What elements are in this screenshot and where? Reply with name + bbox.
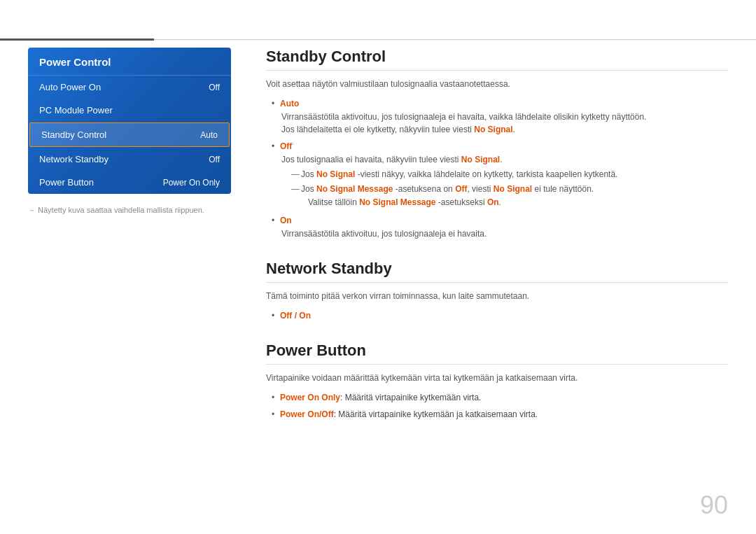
highlight-on-2: On [487, 197, 499, 207]
highlight-no-signal-3: No Signal [316, 169, 355, 179]
bullet-label-power-on-off: Power On/Off [280, 409, 334, 419]
sidebar-item-value: Power On Only [163, 178, 220, 188]
standby-control-list: Auto Virransäästötila aktivoituu, jos tu… [266, 97, 728, 240]
top-bar-light [154, 39, 756, 40]
list-item: Auto Virransäästötila aktivoituu, jos tu… [272, 97, 728, 136]
bullet-text-off: Jos tulosignaalia ei havaita, näkyviin t… [280, 153, 728, 166]
standby-control-title: Standby Control [266, 48, 728, 71]
sidebar-item-label: Network Standby [39, 154, 108, 164]
sub-list-item: Jos No Signal Message -asetuksena on Off… [291, 183, 728, 209]
highlight-no-signal-2: No Signal [461, 155, 500, 164]
bullet-label-off-on: Off / On [280, 311, 311, 321]
list-item: Power On/Off: Määritä virtapainike kytke… [272, 408, 728, 421]
sidebar-note: Näytetty kuva saattaa vaihdella mallista… [28, 205, 231, 216]
sidebar-item-network-standby[interactable]: Network Standby Off [28, 148, 231, 171]
sidebar-item-label: Auto Power On [39, 82, 101, 92]
sidebar-item-power-button[interactable]: Power Button Power On Only [28, 171, 231, 194]
sub-list-item: Jos No Signal -viesti näkyy, vaikka lähd… [291, 168, 728, 181]
section-standby-control: Standby Control Voit asettaa näytön valm… [266, 48, 728, 240]
bullet-label-off: Off [280, 141, 292, 151]
sidebar: Power Control Auto Power On Off PC Modul… [28, 48, 231, 216]
highlight-off: Off [455, 184, 467, 194]
sidebar-item-value: Auto [200, 130, 218, 140]
network-standby-list: Off / On [266, 309, 728, 322]
top-bar [0, 38, 756, 40]
sidebar-menu: Power Control Auto Power On Off PC Modul… [28, 48, 231, 194]
sidebar-item-value: Off [209, 83, 220, 92]
power-button-title: Power Button [266, 342, 728, 365]
bullet-label-power-on-only: Power On Only [280, 393, 340, 402]
sidebar-item-pc-module-power[interactable]: PC Module Power [28, 99, 231, 122]
sidebar-title: Power Control [28, 48, 231, 76]
section-network-standby: Network Standby Tämä toiminto pitää verk… [266, 260, 728, 322]
sidebar-item-standby-control[interactable]: Standby Control Auto [29, 122, 230, 147]
top-bar-dark [0, 38, 154, 41]
page-number: 90 [700, 491, 728, 520]
sidebar-item-value: Off [209, 155, 220, 164]
sidebar-item-label: Power Button [39, 177, 94, 188]
power-button-desc: Virtapainike voidaan määrittää kytkemään… [266, 372, 728, 384]
bullet-text-power-on-only: Määritä virtapainike kytkemään virta. [345, 393, 482, 402]
section-power-button: Power Button Virtapainike voidaan määrit… [266, 342, 728, 421]
bullet-text-auto: Virransäästötila aktivoituu, jos tulosig… [280, 111, 728, 136]
list-item: Power On Only: Määritä virtapainike kytk… [272, 391, 728, 404]
list-item: Off / On [272, 309, 728, 322]
power-button-list: Power On Only: Määritä virtapainike kytk… [266, 391, 728, 421]
list-item: Off Jos tulosignaalia ei havaita, näkyvi… [272, 140, 728, 210]
sub-bullet-list: Jos No Signal -viesti näkyy, vaikka lähd… [280, 168, 728, 210]
list-item: On Virransäästötila aktivoituu, jos tulo… [272, 214, 728, 240]
highlight-no-signal-message: No Signal Message [316, 184, 393, 194]
network-standby-desc: Tämä toiminto pitää verkon virran toimin… [266, 290, 728, 302]
bullet-text-power-on-off: Määritä virtapainike kytkemään ja katkai… [338, 409, 538, 419]
highlight-no-signal: No Signal [474, 125, 512, 134]
sidebar-item-auto-power-on[interactable]: Auto Power On Off [28, 76, 231, 99]
bullet-label-auto: Auto [280, 99, 299, 108]
network-standby-title: Network Standby [266, 260, 728, 283]
main-content: Standby Control Voit asettaa näytön valm… [266, 48, 728, 506]
highlight-no-signal-4: No Signal [493, 184, 532, 194]
bullet-label-on: On [280, 216, 292, 225]
highlight-no-signal-message-2: No Signal Message [359, 197, 435, 207]
sidebar-item-label: Standby Control [41, 129, 106, 140]
sidebar-item-label: PC Module Power [39, 105, 113, 115]
bullet-text-on: Virransäästötila aktivoituu, jos tulosig… [280, 227, 728, 240]
standby-control-desc: Voit asettaa näytön valmiustilaan tulosi… [266, 78, 728, 90]
